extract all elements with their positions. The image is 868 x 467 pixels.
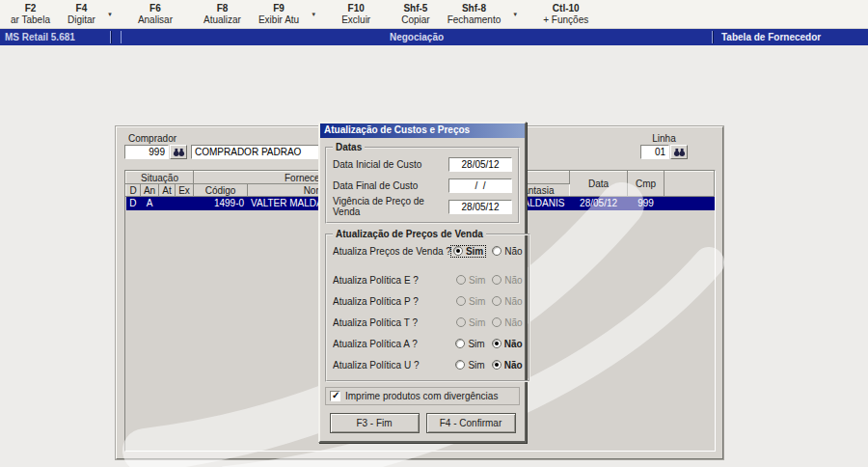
radio-nao: Não (492, 296, 522, 307)
app-title: MS Retail 5.681 (0, 32, 110, 42)
radio-sim: Sim (456, 296, 485, 307)
toolbar-key: F9 (273, 3, 285, 14)
radio-sim: Sim (456, 275, 485, 286)
radio-row-politica-u: Atualiza Política U ? Sim Não (333, 354, 523, 375)
data-final-input[interactable] (448, 179, 512, 193)
radio-nao: Não (492, 317, 522, 328)
toolbar-key: F8 (217, 3, 229, 14)
toolbar-label: Atualizar (203, 14, 241, 26)
f3-fim-button[interactable]: F3 - Fim (330, 413, 420, 433)
radio-nao[interactable]: Não (492, 246, 522, 257)
col-ex: Ex (176, 184, 194, 197)
comprador-search-button[interactable] (170, 145, 187, 159)
group-atualizacao-precos: Atualização de Preços de Venda Atualiza … (325, 229, 530, 382)
group-datas-legend: Datas (333, 142, 365, 152)
toolbar-label: + Funções (543, 14, 588, 26)
linha-field: Linha (640, 131, 688, 159)
dialog-title-bar[interactable]: Atualização de Custos e Preços (320, 124, 525, 138)
radio-row-politica-e: Atualiza Política E ? Sim Não (333, 269, 523, 290)
title-status-bar: MS Retail 5.681 Negociação Tabela de For… (0, 29, 868, 45)
radio-row-politica-p: Atualiza Política P ? Sim Não (333, 290, 523, 312)
toolbar-label: Analisar (138, 14, 173, 26)
linha-label: Linha (640, 133, 688, 144)
col-data: Data (570, 172, 628, 197)
statusbar-divider (111, 31, 112, 43)
dropdown-caret-icon[interactable]: ▼ (509, 0, 521, 28)
col-group-situacao: Situação (126, 172, 194, 184)
toolbar-button-f10[interactable]: F10 Excluir (333, 0, 379, 28)
toolbar-key: F6 (149, 3, 161, 14)
group-datas: Datas Data Inicial de Custo Data Final d… (325, 142, 520, 224)
toolbar-label: Copiar (401, 14, 429, 26)
imprime-divergencias-checkbox[interactable] (330, 391, 340, 401)
toolbar-button-f4[interactable]: F4 Digitar (59, 0, 104, 28)
data-inicial-input[interactable] (448, 157, 512, 172)
group-precos-legend: Atualização de Preços de Venda (333, 229, 486, 239)
radio-row-politica-t: Atualiza Política T ? Sim Não (333, 312, 523, 333)
radio-sim: Sim (456, 317, 485, 328)
toolbar-key: F10 (348, 3, 365, 14)
toolbar-button-f8[interactable]: F8 Atualizar (195, 0, 250, 28)
toolbar-key: F2 (25, 3, 37, 14)
field-row: Data Final de Custo (333, 175, 512, 196)
col-filler (665, 172, 715, 197)
toolbar-button-f9[interactable]: F9 Exibir Atu (250, 0, 308, 28)
vigencia-input[interactable] (448, 200, 512, 214)
radio-sim[interactable]: Sim (455, 339, 484, 349)
binoculars-icon (673, 148, 686, 157)
radio-row-politica-a: Atualiza Política A ? Sim Não (333, 333, 523, 354)
module-title: Negociação (122, 32, 712, 42)
col-cmp: Cmp (628, 172, 665, 197)
toolbar-button-f2[interactable]: F2 ar Tabela (2, 0, 59, 28)
col-d: D (126, 184, 141, 197)
f4-confirmar-button[interactable]: F4 - Confirmar (426, 413, 516, 433)
toolbar-label: Digitar (68, 14, 95, 26)
app-window: F2 ar Tabela F4 Digitar ▼ F6 Analisar F8… (0, 0, 868, 467)
content-area: Comprador Linha (0, 45, 868, 467)
data-final-label: Data Final de Custo (333, 180, 418, 191)
toolbar-key: Shf-8 (462, 3, 486, 14)
data-inicial-label: Data Inicial de Custo (333, 159, 421, 170)
toolbar-button-f6[interactable]: F6 Analisar (129, 0, 181, 28)
radio-nao[interactable]: Não (492, 339, 523, 349)
toolbar-label: Excluir (341, 14, 370, 26)
comprador-code-input[interactable] (124, 145, 169, 159)
dropdown-caret-icon[interactable]: ▼ (308, 0, 319, 28)
toolbar-button-shf5[interactable]: Shf-5 Copiar (393, 0, 438, 28)
radio-nao[interactable]: Não (492, 360, 523, 371)
toolbar-key: Ctl-10 (553, 3, 580, 14)
col-an: An (141, 184, 159, 197)
toolbar-key: Shf-5 (403, 3, 427, 14)
toolbar-button-shf8[interactable]: Shf-8 Fechamento (439, 0, 510, 28)
toolbar-key: F4 (76, 3, 88, 14)
context-title: Tabela de Fornecedor (716, 32, 868, 42)
toolbar-label: Exibir Atu (258, 14, 299, 26)
toolbar-label: Fechamento (448, 14, 502, 26)
imprime-divergencias-label: Imprime produtos com divergências (345, 391, 498, 401)
field-row: Data Inicial de Custo (333, 153, 512, 175)
linha-search-button[interactable] (670, 145, 688, 159)
linha-input[interactable] (640, 145, 669, 159)
toolbar: F2 ar Tabela F4 Digitar ▼ F6 Analisar F8… (0, 0, 868, 29)
col-forn-codigo: Código (194, 184, 248, 197)
toolbar-label: ar Tabela (11, 14, 50, 26)
dropdown-caret-icon[interactable]: ▼ (104, 0, 116, 28)
radio-sim[interactable]: Sim (451, 246, 485, 257)
vigencia-label: Vigência de Preço de Venda (333, 196, 448, 217)
statusbar-divider (713, 31, 714, 43)
dialog-atualizacao-custos-precos: Atualização de Custos e Preços Datas Dat… (318, 122, 527, 443)
radio-nao: Não (492, 275, 522, 286)
radio-sim[interactable]: Sim (455, 360, 484, 371)
imprime-divergencias-row: Imprime produtos com divergências (325, 387, 520, 405)
col-at: At (159, 184, 176, 197)
field-row: Vigência de Preço de Venda (333, 196, 512, 217)
binoculars-icon (173, 148, 185, 157)
toolbar-button-ctl10[interactable]: Ctl-10 + Funções (534, 0, 597, 28)
radio-row-precos-venda: Atualiza Preços de Venda ? Sim Não (333, 240, 523, 261)
